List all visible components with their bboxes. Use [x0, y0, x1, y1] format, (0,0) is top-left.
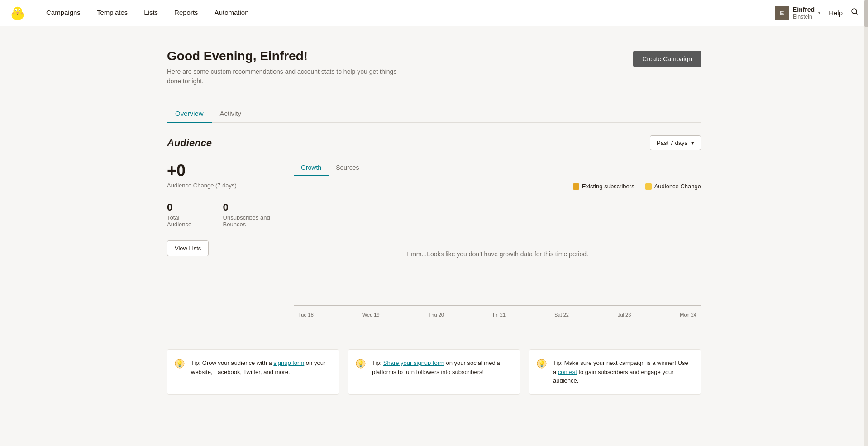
audience-change-value: +0 [167, 161, 294, 180]
user-sub: Einstein [793, 14, 815, 20]
tips-row: 💡 Tip: Grow your audience with a signup … [167, 349, 701, 395]
tab-overview[interactable]: Overview [167, 104, 212, 123]
chart-legend: Existing subscribers Audience Change [294, 183, 701, 190]
tip-text-0-before: Tip: Grow your audience with a [191, 360, 273, 366]
total-audience-value: 0 [167, 201, 205, 213]
unsub-label: Unsubscribes and Bounces [223, 214, 294, 228]
tip-card-0: 💡 Tip: Grow your audience with a signup … [167, 349, 339, 395]
audience-change-label: Audience Change (7 days) [167, 182, 294, 189]
x-label-4: Sat 22 [554, 312, 569, 317]
legend-change-label: Audience Change [654, 183, 701, 190]
page-title: Good Evening, Einfred! [167, 49, 402, 63]
page-tabs: Overview Activity [167, 104, 701, 123]
x-label-5: Jul 23 [618, 312, 631, 317]
svg-point-4 [15, 9, 17, 10]
chart-body: Hmm...Looks like you don't have growth d… [294, 195, 701, 322]
chart-area: Growth Sources Existing subscribers Audi… [294, 161, 701, 322]
x-label-2: Thu 20 [429, 312, 444, 317]
chevron-down-icon: ▾ [691, 139, 694, 146]
tip-card-1: 💡 Tip: Share your signup form on your so… [348, 349, 520, 395]
logo[interactable] [9, 4, 27, 22]
stat-row: 0 Total Audience 0 Unsubscribes and Boun… [167, 201, 294, 228]
chart-tabs: Growth Sources [294, 161, 701, 176]
period-label: Past 7 days [657, 139, 687, 146]
svg-point-6 [16, 12, 19, 14]
chart-empty-message: Hmm...Looks like you don't have growth d… [406, 250, 588, 258]
nav-right: E Einfred Einstein ▾ Help [775, 6, 859, 20]
nav-lists[interactable]: Lists [136, 0, 166, 26]
page-subtitle: Here are some custom recommendations and… [167, 67, 402, 86]
audience-section-header: Audience Past 7 days ▾ [167, 135, 701, 150]
nav-automation[interactable]: Automation [206, 0, 257, 26]
nav-templates[interactable]: Templates [89, 0, 136, 26]
chart-axis-line [294, 305, 701, 306]
nav-links: Campaigns Templates Lists Reports Automa… [38, 0, 775, 26]
tip-link-0[interactable]: signup form [273, 360, 304, 366]
x-label-6: Mon 24 [680, 312, 696, 317]
nav-reports[interactable]: Reports [166, 0, 206, 26]
tip-icon-2: 💡 [537, 359, 547, 369]
legend-change: Audience Change [645, 183, 701, 190]
user-name: Einfred [793, 6, 815, 14]
svg-text:💡: 💡 [538, 360, 546, 368]
period-dropdown-button[interactable]: Past 7 days ▾ [650, 135, 701, 150]
nav-campaigns[interactable]: Campaigns [38, 0, 89, 26]
tip-link-2[interactable]: contest [558, 369, 577, 375]
user-menu[interactable]: E Einfred Einstein ▾ [775, 6, 820, 20]
scrollbar-track[interactable] [864, 0, 868, 431]
chart-tab-growth[interactable]: Growth [294, 161, 329, 176]
avatar: E [775, 6, 789, 20]
svg-point-1 [14, 6, 22, 15]
audience-section-title: Audience [167, 137, 212, 149]
x-label-1: Wed 19 [362, 312, 380, 317]
audience-stats: +0 Audience Change (7 days) 0 Total Audi… [167, 161, 294, 256]
page-header: Good Evening, Einfred! Here are some cus… [167, 49, 701, 86]
svg-point-8 [21, 12, 24, 14]
tip-icon-0: 💡 [175, 359, 185, 369]
page-title-block: Good Evening, Einfred! Here are some cus… [167, 49, 402, 86]
user-info: Einfred Einstein [793, 6, 815, 20]
tip-icon-1: 💡 [356, 359, 366, 369]
navbar: Campaigns Templates Lists Reports Automa… [0, 0, 868, 26]
view-lists-button[interactable]: View Lists [167, 240, 209, 256]
chevron-down-icon: ▾ [818, 10, 820, 15]
scrollbar-thumb[interactable] [864, 0, 868, 27]
legend-existing: Existing subscribers [573, 183, 634, 190]
svg-line-10 [856, 13, 858, 15]
tip-card-2: 💡 Tip: Make sure your next campaign is a… [529, 349, 701, 395]
svg-text:💡: 💡 [357, 360, 365, 368]
chart-x-labels: Tue 18 Wed 19 Thu 20 Fri 21 Sat 22 Jul 2… [294, 312, 701, 317]
svg-point-7 [12, 12, 15, 14]
chart-tab-sources[interactable]: Sources [329, 161, 366, 176]
main-content: Good Evening, Einfred! Here are some cus… [149, 26, 719, 431]
legend-existing-label: Existing subscribers [582, 183, 634, 190]
tab-activity[interactable]: Activity [212, 104, 250, 123]
tip-text-1-before: Tip: [372, 360, 383, 366]
svg-point-5 [19, 9, 20, 10]
legend-dot-change [645, 183, 652, 190]
total-audience-stat: 0 Total Audience [167, 201, 205, 228]
unsub-value: 0 [223, 201, 294, 213]
create-campaign-button[interactable]: Create Campaign [633, 51, 701, 67]
search-icon[interactable] [851, 8, 859, 18]
total-audience-label: Total Audience [167, 214, 205, 228]
help-link[interactable]: Help [829, 9, 843, 17]
svg-text:💡: 💡 [176, 360, 184, 368]
x-label-0: Tue 18 [298, 312, 314, 317]
x-label-3: Fri 21 [493, 312, 506, 317]
audience-layout: +0 Audience Change (7 days) 0 Total Audi… [167, 161, 701, 322]
tip-link-1[interactable]: Share your signup form [383, 360, 444, 366]
legend-dot-existing [573, 183, 579, 190]
unsub-stat: 0 Unsubscribes and Bounces [223, 201, 294, 228]
